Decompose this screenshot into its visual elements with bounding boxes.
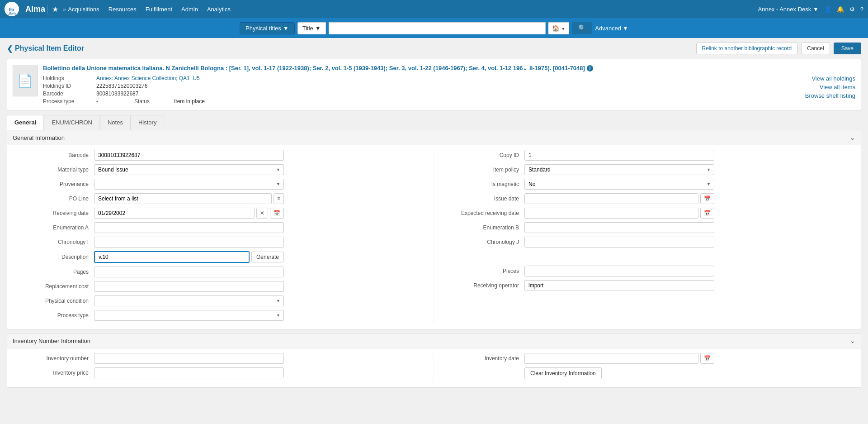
physical-titles-button[interactable]: Physical titles ▼ [240,22,295,34]
back-link[interactable]: ❮ Physical Item Editor [7,44,84,53]
record-title: Bollettino della Unione matematica itali… [43,65,855,71]
enumeration-a-input[interactable] [94,222,284,233]
barcode-field-label: Barcode [13,152,94,158]
main-content: ❮ Physical Item Editor Relink to another… [0,38,868,424]
receiving-date-clear-button[interactable]: ✕ [256,208,268,219]
receiving-operator-input[interactable] [524,280,714,291]
nav-fulfillment[interactable]: Fulfillment [146,6,172,13]
info-badge-icon[interactable]: i [587,65,593,71]
item-policy-select[interactable]: Standard [524,164,714,175]
receiving-operator-field [524,280,714,291]
barcode-label-meta: Barcode [43,91,93,97]
tab-notes[interactable]: Notes [100,115,131,130]
nav-resources[interactable]: Resources [108,6,137,13]
chronology-j-input[interactable] [524,237,714,248]
chronology-i-field [94,237,284,248]
cancel-button[interactable]: Cancel [801,43,830,54]
calendar-issue-icon: 📅 [704,195,711,202]
tab-enum-chron[interactable]: ENUM/CHRON [44,115,100,130]
physical-condition-select[interactable] [94,295,284,306]
search-input[interactable] [329,22,546,34]
nav-admin[interactable]: Admin [181,6,198,13]
browse-shelf-listing-link[interactable]: Browse shelf listing [805,92,855,99]
po-line-input[interactable] [94,193,272,204]
star-button[interactable]: ★ [49,5,61,14]
nav-analytics[interactable]: Analytics [207,6,231,13]
collapse-general-button[interactable]: ⌄ [850,134,855,141]
replacement-cost-input[interactable] [94,281,284,292]
item-policy-label: Item policy [443,167,524,173]
generate-button[interactable]: Generate [251,252,284,262]
po-line-list-button[interactable]: ≡ [274,193,284,204]
clear-inventory-button[interactable]: Clear Inventory Information [524,367,602,379]
inventory-price-input[interactable] [94,367,284,378]
inventory-info-header: Inventory Number Information ⌄ [7,333,861,348]
holdings-id-value: 22258371520003276 [96,83,792,89]
home-button[interactable]: 🏠 ▼ [548,22,570,34]
description-field: Generate [94,251,284,263]
expected-receiving-date-label: Expected receiving date [443,210,524,216]
user-location[interactable]: Annex - Annex Desk ▼ [758,6,819,13]
pieces-input[interactable] [524,266,714,276]
expected-receiving-date-input[interactable] [524,208,698,219]
barcode-input[interactable] [94,150,284,161]
general-info-header: General Information ⌄ [7,130,861,145]
search-type-button[interactable]: Title ▼ [297,22,326,34]
process-type-select[interactable] [94,310,284,321]
process-type-label-meta: Process type [43,98,93,105]
process-type-left-field [94,310,284,321]
chronology-j-label: Chronology J [443,239,524,245]
inventory-date-calendar-button[interactable]: 📅 [700,353,714,364]
holdings-value[interactable]: Annex: Annex Science Collection; QA1 .U5 [96,75,792,81]
advanced-button[interactable]: Advanced ▼ [595,25,628,32]
nav-acquisitions[interactable]: Acquisitions [68,6,99,13]
issue-date-input[interactable] [524,193,698,204]
is-magnetic-label: Is magnetic [443,181,524,187]
issue-date-calendar-button[interactable]: 📅 [700,193,714,204]
tab-general[interactable]: General [7,115,44,130]
chronology-i-input[interactable] [94,237,284,248]
settings-icon[interactable]: ⚙ [849,6,855,13]
save-button[interactable]: Save [834,43,861,54]
user-icon[interactable]: 👤 [824,6,831,13]
relink-button[interactable]: Relink to another bibliographic record [696,43,798,54]
clear-x-icon: ✕ [260,210,264,216]
record-right-links: View all holdings View all items Browse … [792,75,855,99]
help-icon[interactable]: ? [860,6,863,13]
advanced-dropdown-icon: ▼ [623,25,628,32]
tabs: General ENUM/CHRON Notes History [7,115,861,130]
copy-id-input[interactable] [524,150,714,161]
receiving-date-field: ✕ 📅 [94,208,284,219]
inventory-number-input[interactable] [94,353,284,364]
enumeration-b-input[interactable] [524,222,714,233]
expected-date-calendar-button[interactable]: 📅 [700,208,714,219]
material-type-field: Bound Issue [94,164,284,175]
is-magnetic-row: Is magnetic No [443,179,855,190]
view-all-items-link[interactable]: View all items [820,84,855,91]
inventory-date-field: 📅 [524,353,714,364]
view-all-holdings-link[interactable]: View all holdings [811,75,855,82]
pages-input[interactable] [94,267,284,277]
enumeration-a-row: Enumeration A [13,222,429,233]
nav-divider [47,5,47,14]
bell-icon[interactable]: 🔔 [837,6,844,13]
barcode-row: Barcode [13,150,429,161]
chevron-down-icon: ▼ [315,25,321,32]
provenance-row: Provenance [13,179,429,190]
top-navigation: Ex Libris Alma ★ » Acquisitions Resource… [0,0,868,18]
inventory-date-input[interactable] [524,353,698,364]
provenance-select[interactable] [94,179,284,190]
search-button[interactable]: 🔍 [572,22,592,34]
tab-history[interactable]: History [131,115,164,130]
is-magnetic-select[interactable]: No [524,179,714,190]
receiving-date-input[interactable] [94,208,255,219]
physical-condition-label: Physical condition [13,298,94,304]
receiving-date-row: Receiving date ✕ 📅 [13,208,429,219]
replacement-cost-label: Replacement cost [13,283,94,290]
collapse-inventory-button[interactable]: ⌄ [850,337,855,344]
dropdown-arrow-icon: ▼ [283,25,289,32]
description-input[interactable] [94,251,250,263]
pieces-field [524,266,714,276]
material-type-select[interactable]: Bound Issue [94,164,284,175]
receiving-date-calendar-button[interactable]: 📅 [270,208,284,219]
